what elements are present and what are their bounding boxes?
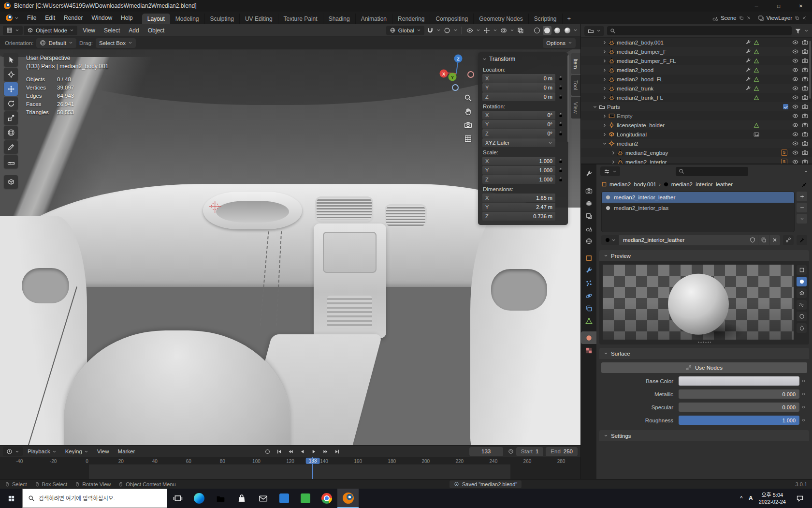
outliner-item[interactable]: median2 <box>581 139 812 148</box>
animate-dot[interactable] <box>799 393 807 395</box>
breadcrumb-material[interactable]: median2_interior_leather <box>671 181 733 187</box>
tab-physics-properties[interactable] <box>581 289 596 302</box>
properties-editor-type-button[interactable] <box>600 166 620 176</box>
tool-scale-button[interactable] <box>4 111 18 125</box>
timeline-ruler-area[interactable]: -40-200204060801001201401601802002202402… <box>0 457 580 479</box>
tool-cursor-button[interactable] <box>4 68 18 81</box>
taskbar-green-app-button[interactable] <box>295 489 316 508</box>
tab-view-layer-properties[interactable] <box>581 209 596 222</box>
collapse-icon[interactable] <box>602 141 607 146</box>
outliner-item[interactable]: median2_interior 5 <box>581 157 812 164</box>
taskbar-clock[interactable]: 오후 5:04 2022-02-24 <box>759 492 786 506</box>
object-mode-dropdown[interactable]: Object Mode <box>24 26 77 35</box>
keying-menu[interactable]: Keying <box>61 448 92 454</box>
new-view-layer-icon[interactable] <box>795 15 799 20</box>
overlays-toggle[interactable] <box>499 26 508 35</box>
tab-render-properties[interactable] <box>581 184 596 197</box>
disable-render-camera-icon[interactable] <box>802 113 808 119</box>
panel-scrollbar[interactable] <box>567 55 569 142</box>
marker-menu[interactable]: Marker <box>114 448 139 454</box>
lock-icon[interactable] <box>558 112 564 118</box>
play-reverse-button[interactable] <box>297 447 307 456</box>
outliner-item[interactable]: median2_trunk <box>581 84 812 93</box>
outliner-search-input[interactable] <box>607 26 792 35</box>
unlink-material-button[interactable] <box>769 235 780 245</box>
previous-keyframe-button[interactable] <box>285 447 296 456</box>
tray-expand-button[interactable]: ^ <box>740 495 743 502</box>
show-object-types-dropdown[interactable] <box>465 26 475 35</box>
camera-view-button[interactable] <box>464 121 472 129</box>
disable-render-camera-icon[interactable] <box>802 85 808 91</box>
use-nodes-button[interactable]: Use Nodes <box>601 362 807 373</box>
preview-section-header[interactable]: Preview <box>599 250 809 261</box>
transform-orientation-dropdown[interactable]: Global <box>386 26 424 35</box>
notification-center-button[interactable] <box>792 489 808 508</box>
tool-move-button[interactable] <box>4 82 18 96</box>
material-name-field[interactable]: median2_interior_leather <box>619 235 747 245</box>
roughness-slider[interactable]: 1.000 <box>679 416 799 425</box>
tab-particle-properties[interactable] <box>581 277 596 289</box>
lock-icon[interactable] <box>558 85 564 90</box>
disable-render-camera-icon[interactable] <box>802 149 808 156</box>
tool-annotate-button[interactable] <box>4 140 18 154</box>
tab-tool-properties[interactable] <box>581 167 596 180</box>
outliner-filter-button[interactable] <box>795 28 801 34</box>
breadcrumb-object[interactable]: median2_body.001 <box>609 181 656 187</box>
hide-viewport-eye-icon[interactable] <box>792 113 798 119</box>
expand-icon[interactable] <box>611 160 616 164</box>
play-button[interactable] <box>308 447 319 456</box>
hide-viewport-eye-icon[interactable] <box>792 67 798 73</box>
dimension-field[interactable]: X1.65 m <box>478 194 568 202</box>
hide-viewport-eye-icon[interactable] <box>792 76 798 82</box>
lock-icon[interactable] <box>558 177 564 182</box>
workspace-tab[interactable]: Scripting <box>529 14 563 24</box>
copy-material-button[interactable] <box>758 235 769 245</box>
expand-icon[interactable] <box>602 132 607 137</box>
outliner-editor-type-button[interactable] <box>584 26 604 36</box>
outliner-item[interactable]: Empty <box>581 111 812 120</box>
base-color-swatch[interactable] <box>679 376 799 386</box>
drag-mode-dropdown[interactable]: Select Box <box>96 38 136 48</box>
tab-object-data-properties[interactable] <box>581 314 596 327</box>
chevron-down-icon[interactable] <box>804 29 809 33</box>
chevron-down-icon[interactable] <box>493 28 497 32</box>
preview-cube-button[interactable] <box>797 288 807 298</box>
location-field[interactable]: Y0 m <box>478 83 568 92</box>
tab-material-properties[interactable] <box>581 331 596 344</box>
pan-hand-button[interactable] <box>464 107 472 116</box>
disable-render-camera-icon[interactable] <box>802 76 808 82</box>
unlink-scene-icon[interactable] <box>746 15 751 20</box>
hide-viewport-eye-icon[interactable] <box>792 140 798 147</box>
chevron-down-icon[interactable] <box>476 28 480 32</box>
hide-viewport-eye-icon[interactable] <box>792 48 798 55</box>
workspace-tab[interactable]: UV Editing <box>240 14 278 24</box>
lock-icon[interactable] <box>558 121 564 127</box>
animate-dot[interactable] <box>799 406 807 408</box>
hide-viewport-eye-icon[interactable] <box>792 94 798 101</box>
disable-render-camera-icon[interactable] <box>802 58 808 64</box>
scene-selector[interactable]: Scene <box>709 12 754 24</box>
location-field[interactable]: X0 m <box>478 74 568 83</box>
editor-type-button[interactable] <box>3 26 23 35</box>
minimize-button[interactable]: ─ <box>745 0 768 12</box>
ime-indicator[interactable]: A <box>749 495 753 502</box>
options-dropdown[interactable]: Options <box>543 38 576 48</box>
lock-icon[interactable] <box>558 131 564 136</box>
disable-render-camera-icon[interactable] <box>802 39 808 45</box>
hide-viewport-eye-icon[interactable] <box>792 149 798 156</box>
outliner-item[interactable]: Longitudinal <box>581 130 812 139</box>
menu-item[interactable]: Window <box>87 12 116 24</box>
disable-render-camera-icon[interactable] <box>802 140 808 147</box>
expand-icon[interactable] <box>611 150 616 155</box>
tab-output-properties[interactable] <box>581 197 596 209</box>
scale-field[interactable]: Z1.000 <box>478 175 568 184</box>
transform-panel-header[interactable]: Transform <box>478 53 568 65</box>
y-axis-ball[interactable]: Y <box>449 73 457 81</box>
workspace-tab[interactable]: Texture Paint <box>278 14 323 24</box>
shading-material-button[interactable] <box>553 26 562 35</box>
frame-start-field[interactable]: Start 1 <box>516 447 544 456</box>
tab-modifier-properties[interactable] <box>581 264 596 277</box>
viewport-menu[interactable]: View <box>78 27 100 34</box>
workspace-tab[interactable]: Geometry Nodes <box>474 14 529 24</box>
taskbar-store-button[interactable] <box>231 489 252 508</box>
